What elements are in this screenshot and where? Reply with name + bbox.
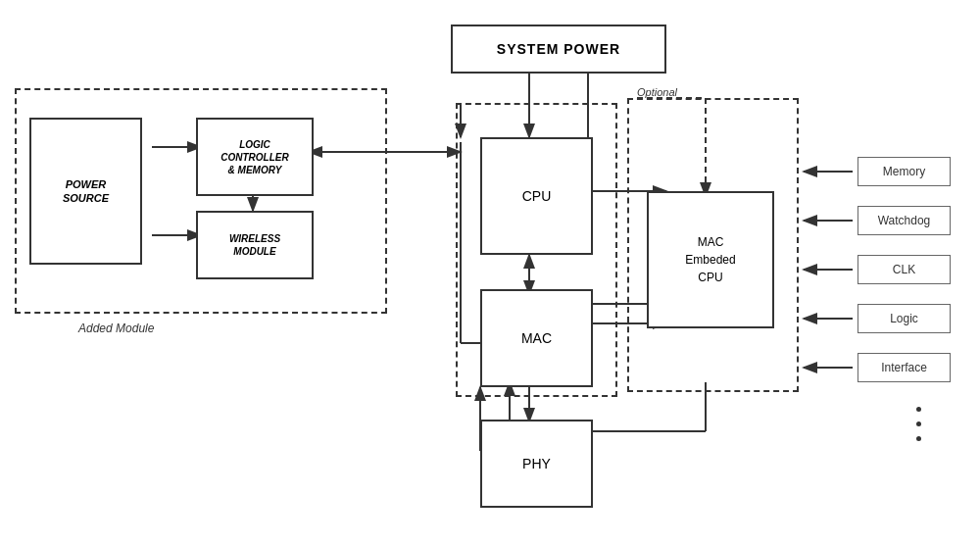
- optional-label: Optional: [637, 86, 677, 98]
- cpu-label: CPU: [522, 188, 552, 204]
- mac-embedded-box: MACEmbededCPU: [647, 191, 774, 328]
- system-power-label: SYSTEM POWER: [497, 40, 620, 58]
- clk-label: CLK: [893, 263, 915, 276]
- interface-label: Interface: [881, 361, 927, 374]
- mac-embedded-label: MACEmbededCPU: [685, 233, 735, 286]
- power-source-label: POWERSOURCE: [63, 177, 109, 206]
- memory-component: Memory: [858, 157, 951, 186]
- logic-controller-label: LOGICCONTROLLER& MEMORY: [220, 138, 288, 176]
- logic-label: Logic: [890, 312, 918, 325]
- logic-component: Logic: [858, 304, 951, 333]
- logic-controller-box: LOGICCONTROLLER& MEMORY: [196, 118, 314, 196]
- dot-1: [916, 407, 921, 412]
- cpu-box: CPU: [480, 137, 593, 255]
- watchdog-component: Watchdog: [858, 206, 951, 235]
- dot-2: [916, 421, 921, 426]
- added-module-label: Added Module: [78, 322, 154, 335]
- architecture-diagram: SYSTEM POWER Added Module POWERSOURCE LO…: [0, 0, 980, 545]
- wireless-module-label: WIRELESSMODULE: [229, 232, 280, 258]
- clk-component: CLK: [858, 255, 951, 284]
- mac-label: MAC: [521, 330, 552, 346]
- power-source-box: POWERSOURCE: [29, 118, 142, 265]
- memory-label: Memory: [883, 165, 925, 178]
- phy-box: PHY: [480, 420, 593, 508]
- system-power-box: SYSTEM POWER: [451, 25, 666, 74]
- watchdog-label: Watchdog: [878, 214, 931, 227]
- phy-label: PHY: [522, 456, 551, 471]
- wireless-module-box: WIRELESSMODULE: [196, 211, 314, 279]
- mac-box: MAC: [480, 289, 593, 387]
- dot-3: [916, 436, 921, 441]
- interface-component: Interface: [858, 353, 951, 382]
